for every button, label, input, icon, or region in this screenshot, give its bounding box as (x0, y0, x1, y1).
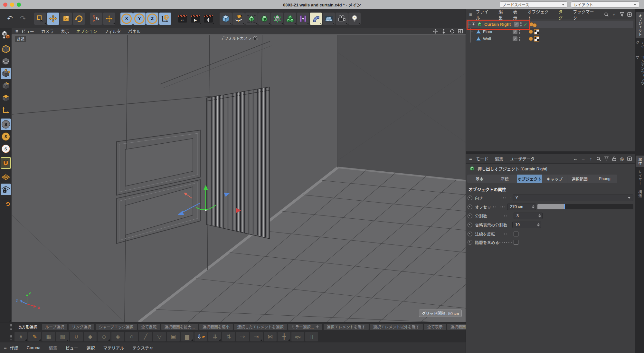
move-tool[interactable] (47, 13, 59, 25)
visibility-dots[interactable] (519, 37, 520, 41)
smooth-shift-button[interactable]: ◈ (111, 332, 124, 341)
camera-label[interactable]: デフォルトカメラ (221, 35, 258, 41)
grow-selection-button[interactable]: 選択範囲を拡大... (161, 324, 198, 330)
render-settings-button[interactable] (202, 13, 214, 25)
tab-basic[interactable]: 基本 (467, 175, 492, 183)
iso-subdivisions-input[interactable]: 10 (512, 222, 541, 228)
primitive-cube-button[interactable] (220, 13, 232, 25)
add-panel-icon[interactable] (627, 156, 632, 161)
object-row-curtain-right[interactable]: Curtain Right ✓ (466, 21, 633, 28)
palette-grip[interactable] (10, 324, 12, 330)
magnet-snap-button[interactable] (1, 157, 11, 169)
tab-takes[interactable]: テイク (636, 39, 644, 53)
keyframe-dot-icon[interactable] (468, 196, 472, 200)
extrude-tool-button[interactable]: ◆ (84, 332, 97, 341)
filter-icon[interactable] (619, 12, 624, 17)
align-workplane-button[interactable] (1, 196, 11, 207)
object-name[interactable]: Curtain Right (484, 22, 514, 27)
model-mode-button[interactable] (1, 43, 11, 55)
minimize-window-button[interactable] (10, 3, 14, 7)
polygon-pen-button[interactable]: ✎ (28, 332, 41, 341)
tab-structure[interactable]: 構造 (636, 188, 644, 199)
lock-y-axis-button[interactable]: Y (133, 13, 146, 25)
spline-pen-button[interactable] (232, 13, 245, 25)
hide-selected-button[interactable]: 選択エレメントを隠す (324, 324, 369, 330)
tab-object-manager[interactable]: オブジェクト (636, 12, 644, 38)
am-menu-edit[interactable]: 編集 (495, 156, 503, 162)
quantize-button[interactable]: ▦ (42, 332, 55, 341)
om-menu-edit[interactable]: 編集 (498, 8, 507, 21)
close-window-button[interactable] (3, 3, 7, 7)
menu-panel[interactable]: パネル (128, 28, 141, 34)
loop-selection-button[interactable]: ループ選択 (42, 324, 67, 330)
array-down-button[interactable]: ⇊ (208, 332, 221, 341)
axis-move-button[interactable]: ╋ (278, 332, 290, 341)
extrude-inner-button[interactable]: ◇ (98, 332, 110, 341)
axis-mode-button[interactable] (1, 104, 11, 116)
ffd-deformer-button[interactable] (271, 13, 283, 25)
subdivision-surface-button[interactable] (245, 13, 258, 25)
matrix-extrude-button[interactable]: ▣ (167, 332, 180, 341)
panel-divider[interactable] (466, 151, 635, 154)
offset-slider[interactable] (537, 204, 633, 209)
tab-caps[interactable]: キャップ (542, 175, 567, 183)
texture-tag-icon[interactable] (534, 29, 539, 34)
menu-create[interactable]: 作成 (10, 345, 18, 351)
mirror-tool-button[interactable]: ⋈ (264, 332, 277, 341)
cloner-button[interactable] (297, 13, 309, 25)
bend-deformer-button[interactable] (310, 13, 322, 25)
tab-coordinates[interactable]: 座標 (492, 175, 517, 183)
camera-object-button[interactable] (336, 13, 348, 25)
menu-material[interactable]: マテリアル (103, 345, 124, 351)
increment-tool-button[interactable]: ▆ (181, 332, 194, 341)
object-manager-menu-icon[interactable]: ≡ (469, 12, 472, 17)
menu-view[interactable]: ビュー (22, 28, 34, 34)
menu-texture[interactable]: テクスチャ (132, 345, 153, 351)
make-editable-button[interactable] (1, 29, 11, 41)
align-button[interactable]: ⇥ (250, 332, 263, 341)
enabled-check-icon[interactable]: ✓ (524, 22, 527, 27)
cage-tool-button[interactable]: ▯ (305, 332, 318, 341)
object-row-wall[interactable]: Wall (466, 35, 633, 43)
keyframe-dot-icon[interactable] (468, 240, 472, 245)
om-menu-objects[interactable]: オブジェクト (528, 8, 552, 21)
live-selection-tool[interactable] (34, 13, 46, 25)
polygon-mode-button[interactable] (1, 92, 11, 104)
crease-tool-button[interactable]: ∧ (14, 332, 27, 341)
tab-phong[interactable]: Phong (592, 175, 617, 183)
pan-view-icon[interactable] (433, 29, 438, 34)
spread-button[interactable]: ⇢ (236, 332, 249, 341)
rectangle-selection-button[interactable]: 長方形選択 (15, 324, 41, 330)
flip-normals-checkbox[interactable] (514, 232, 518, 236)
extrude-object-button[interactable] (258, 13, 270, 25)
snap-settings-button[interactable]: S (1, 143, 11, 155)
orientation-dropdown[interactable]: Y (513, 195, 633, 201)
visibility-editor-toggle[interactable] (514, 22, 519, 27)
keyframe-dot-icon[interactable] (468, 232, 472, 236)
knife-tool-button[interactable]: ╱ (139, 332, 152, 341)
drop-to-floor-button[interactable]: ⇩▰ (194, 332, 207, 341)
layout-dropdown[interactable]: レイアウト (571, 1, 639, 8)
zoom-window-button[interactable] (17, 3, 21, 7)
coordinate-system-button[interactable] (159, 13, 171, 25)
texture-tag-icon[interactable] (534, 36, 539, 42)
floor-object-button[interactable] (323, 13, 335, 25)
spinner-arrows[interactable] (537, 223, 540, 226)
edge-mode-button[interactable] (1, 80, 11, 91)
render-animation-button[interactable]: ▶ (189, 13, 202, 25)
offset-input[interactable]: 270 cm (507, 204, 536, 210)
viewport-menu-icon[interactable]: ≡ (15, 28, 18, 34)
om-menu-file[interactable]: ファイル (476, 8, 492, 21)
redo-button[interactable]: ↷ (17, 13, 29, 25)
lock-x-axis-button[interactable]: X (120, 13, 133, 25)
xyz-coordinates-button[interactable]: xyz (291, 332, 304, 341)
bottom-menu-icon[interactable]: ≡ (4, 345, 7, 350)
up-arrow-icon[interactable]: ↑ (588, 156, 593, 161)
tab-attributes[interactable]: 属性 (636, 156, 644, 167)
keyframe-dot-icon[interactable] (468, 214, 472, 218)
palette-grip[interactable] (10, 333, 12, 340)
nodespace-dropdown[interactable]: ノードスペース (500, 1, 567, 8)
menu-select[interactable]: 選択 (86, 345, 95, 351)
snap-modes-button[interactable]: S (1, 131, 11, 142)
render-view-button[interactable]: ▭ (176, 13, 189, 25)
